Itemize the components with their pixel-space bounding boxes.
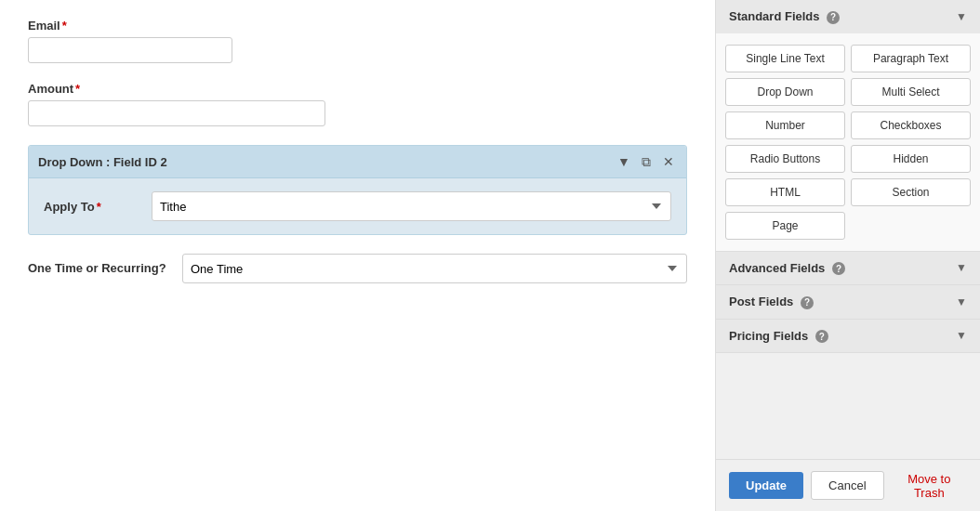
field-btn-hidden[interactable]: Hidden <box>851 145 971 173</box>
onetime-select[interactable]: One Time Recurring <box>182 254 687 283</box>
amount-required-star: * <box>75 82 80 96</box>
field-btn-multi-select[interactable]: Multi Select <box>851 78 971 106</box>
move-to-trash-button[interactable]: Move to Trash <box>892 472 967 500</box>
amount-input[interactable] <box>28 100 325 126</box>
post-fields-title: Post Fields ? <box>729 295 814 309</box>
post-fields-header[interactable]: Post Fields ? ▼ <box>716 285 980 319</box>
standard-fields-grid: Single Line Text Paragraph Text Drop Dow… <box>725 45 971 240</box>
amount-label-text: Amount <box>28 82 73 96</box>
email-field-row: Email* <box>28 19 687 63</box>
pricing-fields-header[interactable]: Pricing Fields ? ▼ <box>716 320 980 353</box>
post-fields-chevron: ▼ <box>956 295 967 308</box>
standard-fields-help-icon: ? <box>827 11 840 24</box>
advanced-fields-title: Advanced Fields ? <box>729 261 845 276</box>
post-fields-section: Post Fields ? ▼ <box>716 285 980 320</box>
field-btn-drop-down[interactable]: Drop Down <box>725 78 845 106</box>
cancel-button[interactable]: Cancel <box>811 471 883 500</box>
apply-to-label: Apply To* <box>44 200 137 214</box>
right-panel: Standard Fields ? ▼ Single Line Text Par… <box>715 0 980 511</box>
field-btn-number[interactable]: Number <box>725 111 845 139</box>
update-button[interactable]: Update <box>729 472 803 499</box>
action-bar: Update Cancel Move to Trash <box>716 459 980 511</box>
amount-label: Amount* <box>28 82 687 96</box>
amount-field-row: Amount* <box>28 82 687 126</box>
onetime-label: One Time or Recurring? <box>28 260 167 277</box>
standard-fields-chevron: ▼ <box>956 10 967 23</box>
advanced-fields-header[interactable]: Advanced Fields ? ▼ <box>716 252 980 285</box>
pricing-fields-chevron: ▼ <box>956 329 967 342</box>
field-btn-single-line-text[interactable]: Single Line Text <box>725 45 845 72</box>
dropdown-field-card: Drop Down : Field ID 2 ▼ ⧉ ✕ Apply To* T… <box>28 145 687 235</box>
advanced-fields-chevron: ▼ <box>956 261 967 274</box>
field-card-actions: ▼ ⧉ ✕ <box>616 153 677 170</box>
apply-to-select[interactable]: Tithe Offering Building Fund <box>152 191 671 221</box>
field-card-title: Drop Down : Field ID 2 <box>38 155 167 169</box>
post-fields-help-icon: ? <box>801 296 814 309</box>
email-required-star: * <box>62 19 67 33</box>
standard-fields-body: Single Line Text Paragraph Text Drop Dow… <box>716 33 980 251</box>
pricing-fields-section: Pricing Fields ? ▼ <box>716 320 980 354</box>
pricing-fields-title: Pricing Fields ? <box>729 329 828 344</box>
standard-fields-title: Standard Fields ? <box>729 9 840 24</box>
advanced-fields-section: Advanced Fields ? ▼ <box>716 252 980 286</box>
field-card-header: Drop Down : Field ID 2 ▼ ⧉ ✕ <box>29 146 686 178</box>
collapse-icon[interactable]: ▼ <box>616 153 632 170</box>
email-label-text: Email <box>28 19 60 33</box>
field-btn-checkboxes[interactable]: Checkboxes <box>851 111 971 139</box>
onetime-row: One Time or Recurring? One Time Recurrin… <box>28 254 687 283</box>
field-btn-radio-buttons[interactable]: Radio Buttons <box>725 145 845 173</box>
standard-fields-header[interactable]: Standard Fields ? ▼ <box>716 0 980 33</box>
apply-to-row: Apply To* Tithe Offering Building Fund <box>44 191 671 221</box>
email-label: Email* <box>28 19 687 33</box>
email-input[interactable] <box>28 37 232 63</box>
copy-icon[interactable]: ⧉ <box>638 153 655 170</box>
field-btn-section[interactable]: Section <box>851 178 971 206</box>
field-btn-page[interactable]: Page <box>725 212 845 240</box>
field-btn-html[interactable]: HTML <box>725 178 845 206</box>
field-btn-paragraph-text[interactable]: Paragraph Text <box>851 45 971 72</box>
advanced-fields-help-icon: ? <box>832 262 845 275</box>
left-panel: Email* Amount* Drop Down : Field ID 2 ▼ … <box>0 0 715 511</box>
pricing-fields-help-icon: ? <box>815 330 828 343</box>
field-card-body: Apply To* Tithe Offering Building Fund <box>29 178 686 234</box>
close-icon[interactable]: ✕ <box>660 153 677 170</box>
standard-fields-section: Standard Fields ? ▼ Single Line Text Par… <box>716 0 980 252</box>
